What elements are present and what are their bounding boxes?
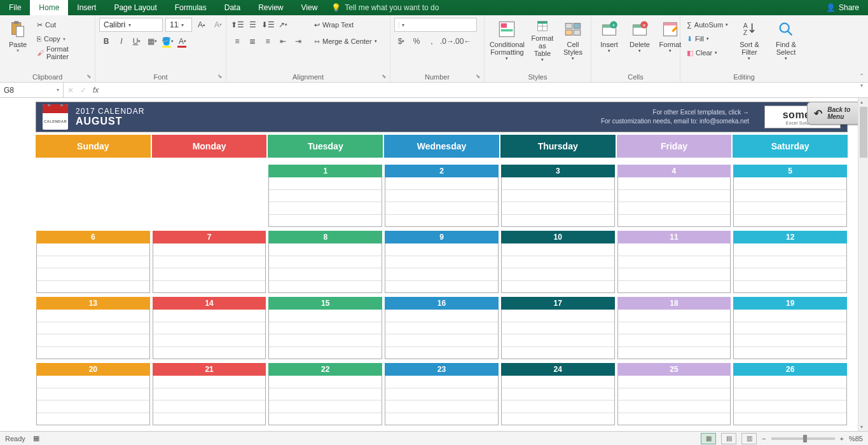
number-format-combo[interactable]: ▾	[394, 18, 477, 32]
grow-font-button[interactable]: A▴	[195, 18, 209, 32]
wrap-text-button[interactable]: ↩Wrap Text	[312, 18, 380, 32]
autosum-button[interactable]: ∑AutoSum▾	[684, 18, 731, 32]
tab-review[interactable]: Review	[249, 0, 292, 15]
tell-me[interactable]: 💡 Tell me what you want to do	[331, 0, 439, 15]
calendar-cell[interactable]: 23	[384, 362, 499, 426]
clear-button[interactable]: ◧Clear▾	[684, 46, 731, 60]
sort-filter-button[interactable]: AZSort & Filter▾	[733, 18, 766, 64]
zoom-level[interactable]: %85	[849, 435, 863, 442]
calendar-cell[interactable]: 21	[152, 362, 267, 426]
delete-cells-button[interactable]: ×Delete▾	[626, 18, 654, 64]
number-launcher[interactable]: ⬊	[474, 72, 482, 80]
font-size-combo[interactable]: 11▾	[165, 18, 192, 32]
increase-decimal-button[interactable]: .0→	[440, 34, 454, 48]
tab-home[interactable]: Home	[30, 0, 68, 15]
underline-button[interactable]: U▾	[130, 34, 144, 48]
calendar-cell[interactable]: 20	[36, 362, 151, 426]
conditional-formatting-button[interactable]: Conditional Formatting▾	[488, 18, 526, 64]
normal-view-button[interactable]: ▦	[701, 433, 716, 444]
calendar-cell[interactable]: 16	[384, 296, 499, 360]
calendar-cell[interactable]: 10	[500, 230, 616, 294]
tab-view[interactable]: View	[293, 0, 327, 15]
align-right-button[interactable]: ≡	[261, 34, 275, 48]
comma-button[interactable]: ,	[425, 34, 439, 48]
font-name-combo[interactable]: Calibri▾	[99, 18, 163, 32]
calendar-cell[interactable]: 5	[733, 164, 848, 228]
calendar-cell[interactable]: 12	[733, 230, 848, 294]
tab-formulas[interactable]: Formulas	[166, 0, 216, 15]
fill-color-button[interactable]: 🪣▾	[160, 34, 174, 48]
calendar-cell[interactable]: 3	[500, 164, 616, 228]
align-left-button[interactable]: ≡	[230, 34, 244, 48]
format-as-table-button[interactable]: Format as Table▾	[528, 18, 556, 64]
tab-data[interactable]: Data	[216, 0, 249, 15]
enter-formula-icon[interactable]: ✓	[80, 86, 86, 95]
name-box[interactable]: G8▾	[0, 83, 64, 97]
tab-page-layout[interactable]: Page Layout	[105, 0, 165, 15]
font-color-button[interactable]: A▾	[176, 34, 189, 48]
worksheet-area[interactable]: CALENDAR 2017 CALENDAR AUGUST For other …	[0, 98, 868, 431]
collapse-ribbon-button[interactable]: ⌃	[859, 72, 864, 79]
fx-icon[interactable]: fx	[93, 86, 99, 95]
cut-button[interactable]: ✂Cut	[34, 18, 91, 32]
copy-button[interactable]: ⎘Copy▾	[34, 32, 91, 46]
zoom-out-button[interactable]: −	[762, 435, 766, 442]
border-button[interactable]: ▦▾	[145, 34, 159, 48]
page-layout-view-button[interactable]: ▤	[721, 433, 736, 444]
expand-formula-button[interactable]: ▾	[855, 83, 868, 97]
accounting-button[interactable]: $▾	[394, 34, 408, 48]
calendar-cell[interactable]: 1	[268, 164, 383, 228]
decrease-indent-button[interactable]: ⇤	[276, 34, 290, 48]
calendar-cell[interactable]: 11	[617, 230, 732, 294]
calendar-cell[interactable]: 8	[268, 230, 383, 294]
alignment-launcher[interactable]: ⬊	[380, 72, 388, 80]
decrease-decimal-button[interactable]: .00←	[455, 34, 469, 48]
shrink-font-button[interactable]: A▾	[211, 18, 225, 32]
back-to-menu-button[interactable]: ↶ Back to Menu	[807, 102, 865, 125]
increase-indent-button[interactable]: ⇥	[291, 34, 305, 48]
calendar-cell[interactable]: 22	[268, 362, 383, 426]
zoom-in-button[interactable]: +	[840, 435, 844, 442]
cancel-formula-icon[interactable]: ✕	[67, 86, 74, 95]
page-break-view-button[interactable]: ▥	[741, 433, 757, 444]
share-button[interactable]: 👤 Share	[817, 0, 868, 15]
merge-center-button[interactable]: ⇿Merge & Center▾	[312, 34, 380, 48]
format-painter-button[interactable]: 🖌Format Painter	[34, 46, 91, 60]
calendar-cell[interactable]: 9	[384, 230, 499, 294]
formula-input[interactable]	[102, 83, 855, 97]
calendar-cell[interactable]: 4	[617, 164, 732, 228]
tab-file[interactable]: File	[0, 0, 30, 15]
align-middle-button[interactable]: ☰	[245, 18, 259, 32]
orientation-button[interactable]: ↗▾	[276, 18, 290, 32]
calendar-cell[interactable]: 18	[617, 296, 732, 360]
calendar-cell[interactable]: 13	[36, 296, 151, 360]
paste-button[interactable]: Paste ▾	[4, 18, 32, 64]
calendar-cell[interactable]: 17	[500, 296, 616, 360]
calendar-cell[interactable]	[152, 164, 267, 228]
calendar-cell[interactable]: 7	[152, 230, 267, 294]
find-select-button[interactable]: Find & Select▾	[768, 18, 804, 64]
calendar-cell[interactable]: 14	[152, 296, 267, 360]
calendar-cell[interactable]: 24	[500, 362, 616, 426]
calendar-cell[interactable]: 19	[733, 296, 848, 360]
macro-record-icon[interactable]: ▦	[33, 434, 39, 442]
bold-button[interactable]: B	[99, 34, 113, 48]
calendar-cell[interactable]	[36, 164, 151, 228]
cell-styles-button[interactable]: Cell Styles▾	[559, 18, 587, 64]
align-top-button[interactable]: ⬆☰	[230, 18, 244, 32]
percent-button[interactable]: %	[410, 34, 424, 48]
align-bottom-button[interactable]: ⬇☰	[261, 18, 275, 32]
zoom-slider[interactable]	[771, 437, 835, 440]
calendar-cell[interactable]: 6	[36, 230, 151, 294]
insert-cells-button[interactable]: +Insert▾	[595, 18, 623, 64]
calendar-cell[interactable]: 25	[617, 362, 732, 426]
fill-button[interactable]: ⬇Fill▾	[684, 32, 731, 46]
calendar-cell[interactable]: 2	[384, 164, 499, 228]
italic-button[interactable]: I	[114, 34, 128, 48]
vertical-scrollbar[interactable]: ▴ ▾	[858, 98, 868, 431]
clipboard-launcher[interactable]: ⬊	[85, 72, 93, 80]
align-center-button[interactable]: ≣	[245, 34, 259, 48]
font-launcher[interactable]: ⬊	[216, 72, 224, 80]
calendar-cell[interactable]: 26	[733, 362, 848, 426]
calendar-cell[interactable]: 15	[268, 296, 383, 360]
